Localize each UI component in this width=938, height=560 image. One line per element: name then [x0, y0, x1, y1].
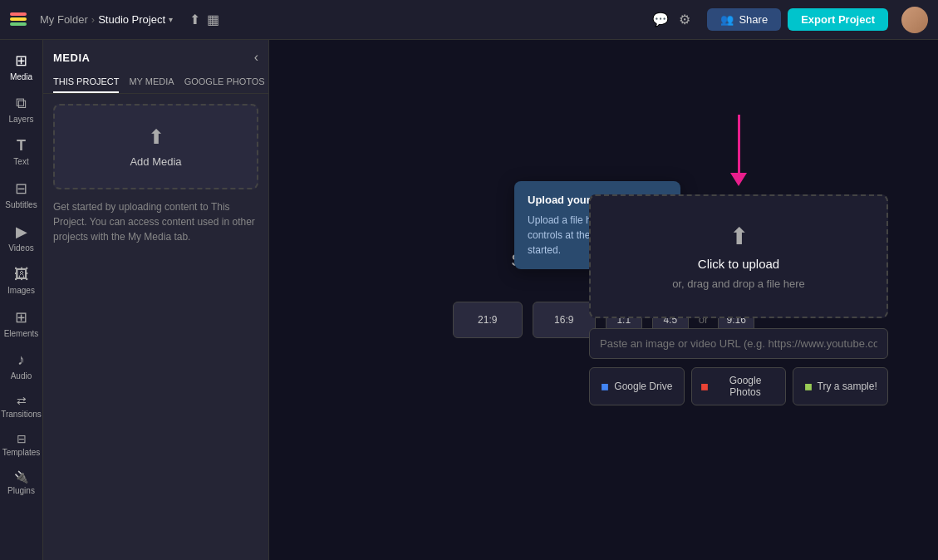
share-button[interactable]: 👥 Share: [707, 8, 781, 31]
ratio-21-9-button[interactable]: 21:9: [453, 302, 523, 338]
sidebar-label-text: Text: [13, 157, 28, 166]
upload-box: ⬆ Click to upload or, drag and drop a fi…: [589, 194, 888, 405]
url-input[interactable]: [589, 328, 888, 359]
sidebar-label-audio: Audio: [11, 371, 32, 381]
media-panel-title: MEDIA: [53, 52, 90, 64]
templates-icon: ⊟: [17, 432, 27, 445]
gphotos-icon: ◼: [700, 381, 709, 392]
sidebar-item-media[interactable]: ⊞ Media: [0, 47, 42, 86]
add-media-label: Add Media: [130, 155, 181, 168]
upload-icon[interactable]: ⬆: [189, 12, 200, 27]
sidebar-item-audio[interactable]: ♪ Audio: [0, 346, 42, 386]
project-name: Studio Project: [98, 13, 165, 26]
sidebar-item-layers[interactable]: ⧉ Layers: [0, 90, 42, 129]
sidebar-label-videos: Videos: [8, 243, 33, 253]
sidebar-item-text[interactable]: T Text: [0, 132, 42, 171]
folder-name[interactable]: My Folder: [40, 13, 88, 26]
sidebar-label-transitions: Transitions: [1, 410, 42, 419]
upload-drag-text: or, drag and drop a file here: [672, 278, 805, 290]
comment-icon[interactable]: 💬: [652, 12, 669, 27]
layers-icon: ⧉: [16, 95, 27, 112]
sidebar-label-plugins: Plugins: [7, 486, 35, 495]
share-label: Share: [739, 13, 768, 26]
sidebar-item-videos[interactable]: ▶ Videos: [0, 218, 42, 258]
topbar-icons: 💬 ⚙: [652, 12, 690, 27]
transitions-icon: ⇄: [17, 394, 27, 407]
images-icon: 🖼: [14, 266, 29, 283]
try-sample-button[interactable]: ◼ Try a sample!: [793, 367, 888, 405]
gphotos-label: Google Photos: [714, 375, 778, 398]
sidebar-label-elements: Elements: [4, 329, 39, 338]
text-icon: T: [17, 137, 26, 155]
ratio-16-9-button[interactable]: 16:9: [533, 302, 596, 338]
plugins-icon: 🔌: [14, 470, 28, 484]
sidebar-label-subtitles: Subtitles: [5, 200, 37, 209]
settings-icon[interactable]: ⚙: [679, 12, 690, 27]
sidebar-item-elements[interactable]: ⊞ Elements: [0, 303, 42, 343]
upload-buttons: ◼ Google Drive ◼ Google Photos ◼ Try a s…: [589, 367, 888, 405]
arrow-down: [730, 115, 747, 186]
sidebar-item-images[interactable]: 🖼 Images: [0, 261, 42, 300]
google-photos-button[interactable]: ◼ Google Photos: [691, 367, 787, 405]
sidebar-item-transitions[interactable]: ⇄ Transitions: [0, 389, 42, 424]
chevron-down-icon: ▾: [169, 15, 173, 24]
sidebar-item-templates[interactable]: ⊟ Templates: [0, 427, 42, 462]
export-button[interactable]: Export Project: [788, 8, 888, 31]
media-description: Get started by uploading content to This…: [43, 199, 268, 244]
app-logo: [10, 12, 27, 27]
elements-icon: ⊞: [15, 308, 27, 327]
media-tabs: THIS PROJECT MY MEDIA GOOGLE PHOTOS •••: [43, 71, 268, 94]
tab-my-media[interactable]: MY MEDIA: [129, 71, 174, 93]
gdrive-label: Google Drive: [614, 381, 672, 392]
audio-icon: ♪: [17, 351, 25, 369]
media-panel: MEDIA ‹ THIS PROJECT MY MEDIA GOOGLE PHO…: [43, 40, 269, 560]
tab-google-photos[interactable]: GOOGLE PHOTOS: [184, 71, 265, 93]
sidebar-label-layers: Layers: [8, 115, 33, 124]
project-name-container[interactable]: Studio Project ▾: [98, 13, 173, 26]
avatar[interactable]: [901, 7, 928, 33]
upload-drop-zone[interactable]: ⬆ Click to upload or, drag and drop a fi…: [589, 194, 888, 318]
google-drive-button[interactable]: ◼ Google Drive: [589, 367, 685, 405]
breadcrumb-separator: ›: [91, 13, 95, 26]
sidebar-item-plugins[interactable]: 🔌 Plugins: [0, 465, 42, 500]
videos-icon: ▶: [16, 223, 27, 241]
upload-click-text: Click to upload: [698, 257, 779, 271]
sample-icon: ◼: [804, 381, 813, 392]
add-media-button[interactable]: ⬆ Add Media: [53, 104, 258, 189]
tab-this-project[interactable]: THIS PROJECT: [53, 71, 119, 93]
main-content: ⊞ Media ⧉ Layers T Text ⊟ Subtitles ▶ Vi…: [0, 40, 938, 560]
sidebar-label-media: Media: [10, 72, 32, 81]
sidebar-label-images: Images: [7, 286, 35, 295]
breadcrumb: My Folder › Studio Project ▾: [40, 13, 173, 26]
upload-icon: ⬆: [729, 223, 749, 250]
subtitles-icon: ⊟: [15, 179, 27, 198]
media-panel-header: MEDIA ‹: [43, 40, 268, 71]
canvas-area: Start with a blank canvas 21:9 16:9 1:1 …: [269, 40, 938, 560]
panel-close-button[interactable]: ‹: [254, 50, 258, 65]
topbar: My Folder › Studio Project ▾ ⬆ ▦ 💬 ⚙ 👥 S…: [0, 0, 938, 40]
sidebar: ⊞ Media ⧉ Layers T Text ⊟ Subtitles ▶ Vi…: [0, 40, 43, 560]
add-media-icon: ⬆: [148, 125, 165, 149]
storyboard-icon[interactable]: ▦: [207, 12, 219, 27]
sample-label: Try a sample!: [818, 381, 877, 392]
arrow-line: [738, 115, 740, 173]
sidebar-label-templates: Templates: [2, 448, 41, 457]
share-people-icon: 👥: [720, 13, 734, 26]
media-icon: ⊞: [15, 52, 27, 70]
sidebar-item-subtitles[interactable]: ⊟ Subtitles: [0, 174, 42, 214]
arrow-head: [730, 173, 747, 186]
gdrive-icon: ◼: [601, 381, 609, 392]
